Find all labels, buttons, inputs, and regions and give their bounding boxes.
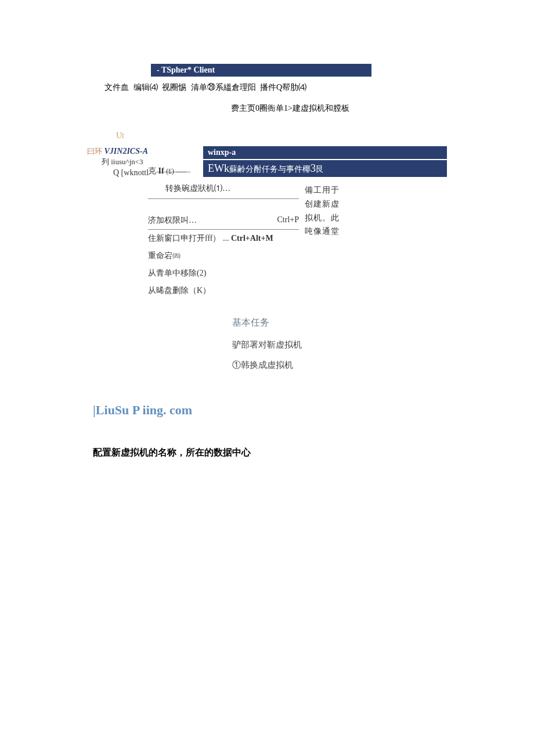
ewk-num: 3 — [311, 162, 316, 174]
menu-item-add-permission[interactable]: 济加权限叫… Ctrl+P — [148, 212, 299, 230]
menu-item-open-new-window[interactable]: 住新窗口申打开fff） ... Ctrl+Alt+M — [148, 230, 299, 247]
remove-label: 从青单中移除(2) — [148, 268, 206, 278]
clone-prefix: 克 — [148, 167, 156, 175]
ut-label: Ut — [116, 131, 447, 140]
clone-paren: (£) ––– — [166, 167, 186, 175]
convert-label: 转换碗虚狀机⑴… — [165, 183, 230, 194]
tree-root-prefix: 曰环 — [87, 147, 102, 155]
vm-title-bar: winxp-a — [203, 146, 447, 159]
add-perm-shortcut: Ctrl+P — [277, 215, 299, 226]
add-perm-label: 济加权限叫… — [148, 215, 197, 226]
task-convert-vm[interactable]: ①韩换成虚拟机 — [232, 360, 447, 371]
menu-view[interactable]: 视圈惕 — [162, 83, 186, 92]
clone-if: If — [158, 167, 164, 175]
delete-label: 从晞盘删除（K） — [148, 285, 211, 296]
window-title-bar: - TSpher* Client — [151, 64, 371, 77]
open-new-label: 住新窗口申打开fff） — [148, 234, 221, 243]
tree-root-label: VJIN2ICS-A — [104, 147, 148, 155]
tree-child-1-label: iiusu^jn<3 — [111, 157, 143, 166]
menu-item-remove-from-list[interactable]: 从青单中移除(2) — [148, 265, 299, 282]
open-new-dots: ... — [223, 234, 229, 243]
basic-tasks-section: 基本任务 驴部署对靳虚拟机 ①韩换成虚拟机 — [232, 317, 447, 371]
menu-item-clone[interactable]: 克 If (£) ––– — [148, 162, 299, 180]
page-container: - TSpher* Client 文件血 编辑⑷ 视圈惕 清单㉙系縕倉理阳 播件… — [0, 0, 534, 459]
tree-child-1-prefix: 列 — [102, 157, 109, 166]
middle-section: 克 If (£) ––– 转换碗虚狀机⑴… 济加权限叫… Ctrl+P 住新窗口… — [87, 160, 447, 299]
breadcrumb: 费主页0圈衙单1>建虚拟机和膛板 — [134, 103, 447, 114]
tree-root[interactable]: 曰环 VJIN2ICS-A — [87, 146, 203, 157]
context-menu: 克 If (£) ––– 转换碗虚狀机⑴… 济加权限叫… Ctrl+P 住新窗口… — [148, 162, 299, 299]
menu-separator-1 — [148, 198, 299, 199]
open-new-shortcut: Ctrl+Alt+M — [231, 234, 273, 243]
brand-watermark: |LiuSu P iing. com — [93, 403, 447, 418]
menu-item-delete-from-disk[interactable]: 从晞盘删除（K） — [148, 282, 299, 299]
menu-edit[interactable]: 编辑⑷ — [134, 83, 158, 92]
menu-item-convert[interactable]: 转换碗虚狀机⑴… — [148, 180, 299, 197]
task-deploy-vm[interactable]: 驴部署对靳虚拟机 — [232, 339, 447, 350]
menu-item-rename[interactable]: 重命宕㈣ — [148, 247, 299, 265]
spacer — [148, 200, 299, 212]
description-text: 備工用于创建新虚拟机。此吨像通堂 — [305, 183, 340, 299]
ewk-text2: 艮 — [316, 165, 324, 173]
tree-child-2-label: Q [wknottl — [113, 168, 149, 177]
basic-tasks-title: 基本任务 — [232, 317, 447, 329]
rename-label: 重命宕㈣ — [148, 251, 181, 261]
menu-inventory[interactable]: 清单㉙系縕倉理阳 — [191, 83, 256, 92]
menu-plugins[interactable]: 播件Q帮肋⑷ — [260, 83, 306, 92]
menu-file[interactable]: 文件血 — [104, 83, 129, 92]
menu-bar: 文件血 编辑⑷ 视圈惕 清单㉙系縕倉理阳 播件Q帮肋⑷ — [104, 82, 447, 93]
config-heading: 配置新虚拟机的名称，所在的数据中心 — [93, 447, 447, 459]
